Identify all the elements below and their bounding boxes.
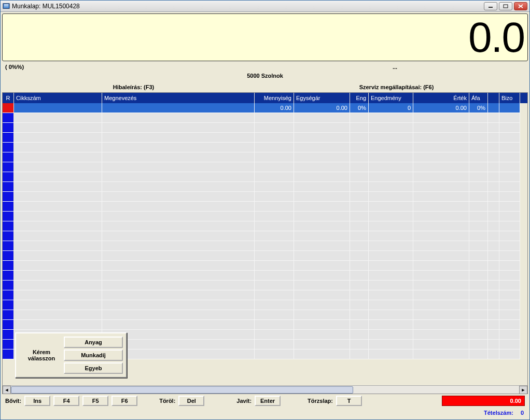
grid-cell[interactable]	[413, 192, 469, 202]
table-row[interactable]	[3, 310, 527, 320]
grid-cell[interactable]	[350, 172, 369, 182]
grid-cell[interactable]	[102, 320, 255, 330]
grid-cell[interactable]	[499, 113, 520, 123]
grid-cell[interactable]	[14, 241, 102, 251]
grid-cell[interactable]: 0	[369, 103, 413, 113]
grid-cell[interactable]	[413, 261, 469, 271]
grid-cell[interactable]	[350, 221, 369, 231]
grid-cell[interactable]	[102, 231, 255, 241]
f4-button[interactable]: F4	[53, 396, 79, 406]
grid-cell[interactable]	[499, 103, 520, 113]
table-row[interactable]	[3, 202, 527, 212]
grid-cell[interactable]	[294, 192, 350, 202]
grid-cell[interactable]	[488, 281, 499, 290]
grid-cell[interactable]	[488, 113, 499, 123]
grid-cell[interactable]	[14, 271, 102, 281]
table-row[interactable]	[3, 320, 527, 330]
grid-cell[interactable]: 0.00	[413, 103, 469, 113]
grid-cell[interactable]	[14, 221, 102, 231]
grid-cell[interactable]: 0%	[350, 103, 369, 113]
grid-cell[interactable]	[14, 152, 102, 162]
grid-cell[interactable]	[102, 251, 255, 261]
grid-cell[interactable]	[14, 202, 102, 212]
grid-cell[interactable]	[488, 231, 499, 241]
grid-cell[interactable]	[255, 271, 294, 281]
grid-cell[interactable]	[102, 162, 255, 172]
grid-cell[interactable]	[350, 212, 369, 221]
grid-cell[interactable]	[369, 320, 413, 330]
grid-cell[interactable]	[3, 192, 14, 202]
grid-cell[interactable]	[255, 281, 294, 290]
col-biz[interactable]: Bizo	[499, 93, 520, 103]
grid-cell[interactable]	[488, 172, 499, 182]
grid-cell[interactable]	[350, 182, 369, 192]
grid-cell[interactable]	[294, 281, 350, 290]
grid-cell[interactable]	[369, 241, 413, 251]
grid-cell[interactable]	[14, 212, 102, 221]
grid-cell[interactable]	[499, 202, 520, 212]
col-egysegar[interactable]: Egységár	[294, 93, 350, 103]
grid-cell[interactable]	[413, 113, 469, 123]
grid-cell[interactable]	[294, 133, 350, 143]
grid-cell[interactable]	[294, 261, 350, 271]
grid-cell[interactable]	[499, 320, 520, 330]
grid-cell[interactable]	[255, 300, 294, 310]
grid-cell[interactable]	[294, 330, 350, 340]
grid-cell[interactable]	[14, 182, 102, 192]
grid-cell[interactable]	[294, 231, 350, 241]
grid-cell[interactable]	[488, 251, 499, 261]
grid-cell[interactable]	[499, 152, 520, 162]
grid-cell[interactable]	[499, 172, 520, 182]
grid-cell[interactable]	[369, 202, 413, 212]
grid-cell[interactable]	[413, 231, 469, 241]
table-row[interactable]	[3, 143, 527, 152]
grid-cell[interactable]	[469, 340, 488, 349]
grid-cell[interactable]	[499, 261, 520, 271]
section-szerviz[interactable]: Szerviz megállapításai: (F6)	[265, 84, 528, 90]
grid-cell[interactable]	[255, 152, 294, 162]
grid-cell[interactable]	[255, 192, 294, 202]
grid-cell[interactable]	[499, 281, 520, 290]
grid-cell[interactable]	[369, 162, 413, 172]
grid-cell[interactable]	[469, 113, 488, 123]
grid-cell[interactable]	[413, 281, 469, 290]
grid-cell[interactable]	[102, 261, 255, 271]
grid-cell[interactable]	[413, 123, 469, 133]
grid-cell[interactable]	[350, 340, 369, 349]
grid-cell[interactable]	[255, 133, 294, 143]
grid-cell[interactable]	[469, 172, 488, 182]
grid-cell[interactable]	[488, 182, 499, 192]
grid-cell[interactable]	[255, 123, 294, 133]
grid-cell[interactable]	[369, 340, 413, 349]
grid-cell[interactable]	[488, 330, 499, 340]
grid-cell[interactable]	[369, 310, 413, 320]
grid-cell[interactable]	[499, 143, 520, 152]
grid-cell[interactable]	[350, 123, 369, 133]
grid-cell[interactable]	[488, 212, 499, 221]
grid-cell[interactable]	[255, 143, 294, 152]
grid-cell[interactable]	[102, 290, 255, 300]
grid-cell[interactable]	[488, 192, 499, 202]
grid-cell[interactable]	[413, 212, 469, 221]
grid-cell[interactable]	[488, 300, 499, 310]
grid-cell[interactable]	[488, 261, 499, 271]
grid-cell[interactable]	[413, 271, 469, 281]
grid-cell[interactable]	[369, 330, 413, 340]
grid-cell[interactable]	[469, 261, 488, 271]
grid-cell[interactable]	[413, 202, 469, 212]
grid-cell[interactable]	[469, 300, 488, 310]
grid-cell[interactable]	[469, 320, 488, 330]
grid-cell[interactable]	[294, 290, 350, 300]
grid-cell[interactable]	[469, 133, 488, 143]
grid-cell[interactable]	[469, 330, 488, 340]
grid-cell[interactable]	[488, 320, 499, 330]
grid-cell[interactable]	[369, 221, 413, 231]
table-row[interactable]	[3, 192, 527, 202]
grid-cell[interactable]	[413, 300, 469, 310]
grid-cell[interactable]	[102, 182, 255, 192]
munkadij-button[interactable]: Munkadíj	[64, 349, 123, 361]
grid-cell[interactable]	[255, 340, 294, 349]
grid-cell[interactable]	[499, 241, 520, 251]
grid-cell[interactable]	[294, 300, 350, 310]
grid-cell[interactable]: 0%	[469, 103, 488, 113]
